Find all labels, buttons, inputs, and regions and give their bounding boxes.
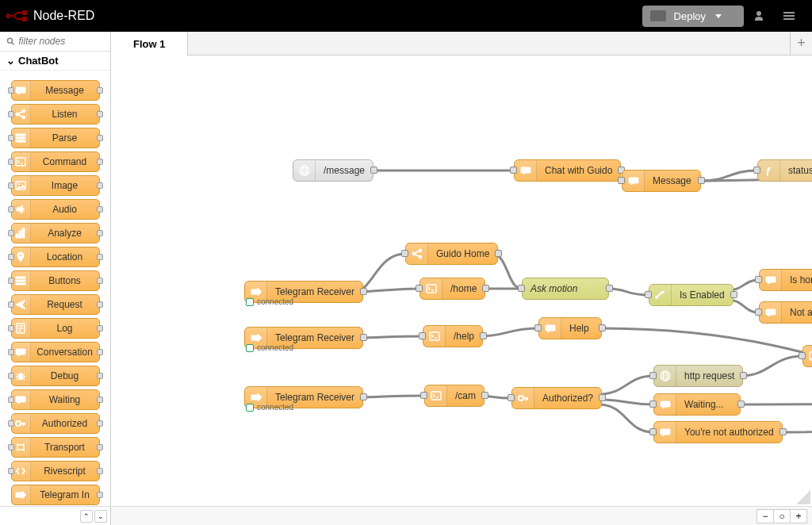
zoom-reset-button[interactable]: ○ — [773, 509, 791, 523]
port-out — [97, 301, 103, 308]
node-notauth[interactable]: You're not authorized — [653, 421, 783, 443]
node-msg[interactable]: Message — [622, 170, 701, 192]
filter-input[interactable] — [18, 36, 104, 47]
port-out[interactable] — [698, 177, 705, 184]
menu-icon[interactable] — [774, 0, 804, 32]
palette-label: Debug — [31, 370, 99, 381]
node-httpreq[interactable]: http request — [653, 365, 743, 387]
port-out[interactable] — [360, 334, 367, 341]
node-label: Is Enabled — [672, 289, 733, 301]
port-out[interactable] — [370, 167, 377, 174]
node-ghome[interactable]: Guido Home — [405, 243, 498, 265]
palette-label: Parse — [31, 132, 99, 144]
svg-rect-31 — [783, 15, 795, 17]
port-out — [97, 230, 103, 236]
port-out[interactable] — [481, 392, 488, 399]
collapse-all-button[interactable]: ⌃ — [80, 510, 93, 523]
palette-label: Image — [31, 180, 99, 191]
zoom-in-button[interactable]: + — [790, 509, 807, 523]
port-out[interactable] — [599, 394, 606, 401]
port-out[interactable] — [482, 285, 489, 292]
tab-flow-1[interactable]: Flow 1 — [111, 32, 188, 56]
palette-label: Transport — [31, 442, 99, 453]
node-nhome[interactable]: Not at home — [759, 301, 812, 324]
zoom-out-button[interactable]: − — [756, 509, 774, 523]
category-toggle[interactable]: ⌄ ChatBot — [0, 52, 110, 71]
palette-telegram-in[interactable]: Telegram In — [11, 485, 100, 505]
node-cam[interactable]: /cam — [424, 385, 485, 407]
port-in[interactable] — [755, 308, 762, 316]
port-in[interactable] — [645, 291, 652, 298]
wire — [478, 328, 538, 336]
svg-rect-32 — [783, 18, 795, 20]
port-in[interactable] — [401, 250, 408, 257]
palette-request[interactable]: Request — [11, 294, 100, 315]
port-in[interactable] — [420, 392, 427, 399]
palette-rivescript[interactable]: Rivescript — [11, 461, 100, 481]
port-out — [97, 397, 103, 403]
palette-parse[interactable]: Parse — [11, 128, 100, 148]
node-isen[interactable]: Is Enabled — [649, 284, 733, 306]
palette-image[interactable]: Image — [11, 175, 100, 196]
port-in[interactable] — [508, 394, 515, 401]
port-out[interactable] — [606, 285, 613, 292]
node-home[interactable]: /home — [419, 278, 485, 300]
user-icon[interactable] — [744, 0, 774, 32]
palette-listen[interactable]: Listen — [11, 104, 100, 125]
palette-debug[interactable]: Debug — [11, 366, 100, 386]
arrow-r-icon — [12, 485, 31, 504]
port-out[interactable] — [480, 332, 487, 339]
port-out[interactable] — [737, 400, 745, 408]
palette-location[interactable]: Location — [11, 247, 100, 267]
palette-command[interactable]: Command — [11, 151, 100, 172]
port-in[interactable] — [799, 352, 806, 359]
port-out[interactable] — [360, 288, 367, 295]
palette-message[interactable]: Message — [11, 80, 100, 101]
palette-waiting[interactable]: Waiting — [11, 389, 100, 410]
port-out[interactable] — [495, 250, 502, 257]
palette-transport[interactable]: Transport — [11, 437, 100, 458]
palette-authorized[interactable]: Authorized — [11, 413, 100, 434]
add-tab-button[interactable]: + — [790, 32, 812, 55]
port-in[interactable] — [419, 332, 426, 339]
palette-audio[interactable]: Audio — [11, 199, 100, 220]
port-out[interactable] — [360, 393, 367, 400]
flow-canvas[interactable]: /messageChat with GuidoMessagestatus 200… — [111, 56, 812, 506]
node-askm[interactable]: Ask motion — [522, 278, 609, 300]
port-in[interactable] — [649, 400, 657, 408]
node-helpM[interactable]: Help — [538, 317, 602, 339]
node-img[interactable]: Image — [802, 345, 812, 367]
port-in[interactable] — [518, 285, 525, 292]
port-out[interactable] — [740, 372, 747, 379]
port-in[interactable] — [534, 324, 542, 331]
node-label: /home — [442, 283, 485, 294]
port-out[interactable] — [599, 324, 606, 331]
deploy-button[interactable]: Deploy — [642, 6, 744, 27]
node-chatG[interactable]: Chat with Guido — [514, 159, 621, 182]
port-in[interactable] — [649, 372, 657, 379]
status-indicator: connected — [246, 403, 293, 412]
node-wait[interactable]: Waiting... — [653, 393, 741, 416]
canvas-viewport[interactable]: /messageChat with GuidoMessagestatus 200… — [111, 56, 812, 506]
port-in[interactable] — [510, 167, 517, 174]
bubble-icon — [12, 390, 31, 409]
node-authz[interactable]: Authorized? — [511, 387, 602, 409]
palette-conversation[interactable]: Conversation — [11, 342, 100, 362]
node-msgIn[interactable]: /message — [293, 159, 373, 182]
node-s200[interactable]: status 200 — [757, 159, 812, 182]
port-out[interactable] — [779, 428, 787, 435]
port-in[interactable] — [753, 167, 760, 174]
port-in[interactable] — [416, 285, 423, 292]
palette-log[interactable]: Log — [11, 318, 100, 339]
node-help[interactable]: /help — [423, 325, 483, 347]
search-icon — [6, 36, 14, 46]
port-in[interactable] — [618, 177, 625, 184]
port-in[interactable] — [755, 276, 762, 283]
node-label: Not at home — [782, 307, 812, 318]
node-ishome[interactable]: Is home — [759, 269, 812, 291]
palette-buttons[interactable]: Buttons — [11, 270, 100, 291]
port-in[interactable] — [649, 428, 657, 435]
palette-analyze[interactable]: Analyze — [11, 223, 100, 243]
port-out[interactable] — [730, 291, 737, 298]
expand-all-button[interactable]: ⌄ — [94, 510, 107, 523]
